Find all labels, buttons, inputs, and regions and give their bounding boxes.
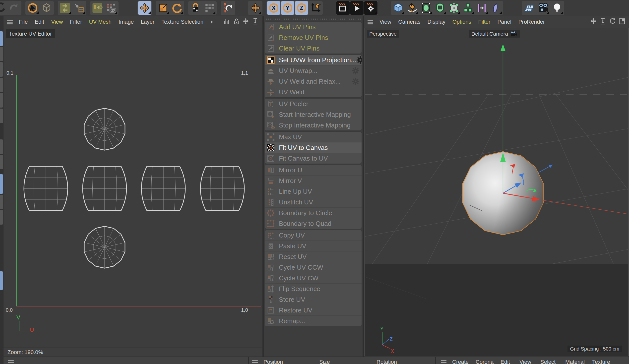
fit-vertical-icon[interactable] xyxy=(252,17,259,26)
command-paste-uv[interactable]: Paste UV xyxy=(265,241,362,251)
scene-menu-item-material[interactable]: Material xyxy=(565,359,585,364)
menu-item-texture-selection[interactable]: Texture Selection xyxy=(158,19,207,25)
lock-y-icon[interactable]: Y xyxy=(281,1,294,15)
command-uv-peeler[interactable]: UV Peeler xyxy=(265,99,362,109)
command-flip-sequence[interactable]: Flip Sequence xyxy=(265,283,362,294)
3d-viewport[interactable]: YZX Perspective Default Camera Grid Spac… xyxy=(365,28,629,356)
side-strip-button[interactable] xyxy=(0,174,3,194)
command-stop-interactive-mapping[interactable]: Stop Interactive Mapping xyxy=(265,120,362,130)
gear-icon[interactable] xyxy=(352,67,360,75)
undo-icon[interactable] xyxy=(0,1,7,15)
cube-primitive-icon[interactable] xyxy=(391,1,405,15)
hamburger-icon[interactable] xyxy=(6,18,14,26)
command-uv-unwrap[interactable]: UV Unwrap... xyxy=(265,65,362,76)
convert-mode-icon[interactable] xyxy=(58,1,72,15)
light-icon[interactable] xyxy=(550,1,564,15)
menu-item-filter[interactable]: Filter xyxy=(66,19,86,25)
side-strip-button[interactable] xyxy=(0,78,3,92)
command-line-up-uv[interactable]: Line Up UV xyxy=(265,186,362,197)
camera-label[interactable]: Default Camera xyxy=(469,30,520,38)
deformer-icon[interactable] xyxy=(489,1,502,15)
hamburger-icon[interactable] xyxy=(440,358,448,364)
command-clear-uv-pins[interactable]: Clear UV Pins xyxy=(265,43,362,54)
command-unstitch-uv[interactable]: Unstitch UV xyxy=(265,197,362,207)
side-strip-button[interactable] xyxy=(0,271,3,290)
side-strip-button[interactable] xyxy=(0,109,3,123)
snap-settings-icon[interactable] xyxy=(91,1,104,15)
command-store-uv[interactable]: Store UV xyxy=(265,294,362,305)
uv-canvas[interactable]: Texture UV Editor 0,1 1,1 0,0 1,0 V U xyxy=(3,28,262,348)
render-picture-viewer-icon[interactable] xyxy=(350,1,364,15)
side-strip-button[interactable] xyxy=(0,195,3,209)
command-max-uv[interactable]: Max UV xyxy=(265,132,362,142)
command-cycle-uv-cw[interactable]: Cycle UV CW xyxy=(265,273,362,283)
lock-z-icon[interactable]: Z xyxy=(295,1,308,15)
menu-item-prorender[interactable]: ProRender xyxy=(515,19,548,25)
command-mirror-u[interactable]: Mirror U xyxy=(265,165,362,175)
command-boundary-to-circle[interactable]: Boundary to Circle xyxy=(265,207,362,218)
command-uv-weld-and-relax[interactable]: UV Weld and Relax... xyxy=(265,76,362,87)
command-remap[interactable]: Remap... xyxy=(265,315,362,326)
render-settings-icon[interactable] xyxy=(364,1,377,15)
redo-icon[interactable] xyxy=(7,1,21,15)
scene-menu-item-texture[interactable]: Texture xyxy=(592,359,610,364)
volume-builder-icon[interactable] xyxy=(433,1,447,15)
command-copy-uv[interactable]: Copy UV xyxy=(265,230,362,241)
subdivision-surface-icon[interactable] xyxy=(419,1,433,15)
menu-item-file[interactable]: File xyxy=(15,19,31,25)
side-strip-button[interactable] xyxy=(0,62,3,77)
live-selection-icon[interactable] xyxy=(26,1,39,15)
render-view-icon[interactable] xyxy=(336,1,350,15)
scene-menu-item-select[interactable]: Select xyxy=(540,359,556,364)
menu-item-cameras[interactable]: Cameras xyxy=(395,19,424,25)
side-strip-button[interactable] xyxy=(0,139,3,154)
visibility-filter-icon[interactable] xyxy=(105,1,118,15)
scene-menu-item-view[interactable]: View xyxy=(519,359,531,364)
move-tool-icon[interactable] xyxy=(138,1,152,15)
histogram-icon[interactable] xyxy=(223,17,231,26)
command-uv-weld[interactable]: UV Weld xyxy=(265,87,362,97)
command-reset-uv[interactable]: Reset UV xyxy=(265,251,362,262)
hamburger-icon[interactable] xyxy=(251,358,259,364)
command-mirror-v[interactable]: Mirror V xyxy=(265,175,362,186)
psr-icon[interactable]: PSR xyxy=(221,1,235,15)
palette-drag-grip[interactable] xyxy=(265,17,362,21)
axis-move-icon[interactable] xyxy=(249,1,262,15)
camera-icon[interactable] xyxy=(536,1,550,15)
side-strip-button[interactable] xyxy=(0,31,3,46)
command-remove-uv-pins[interactable]: Remove UV Pins xyxy=(265,32,362,43)
scene-menu-item-corona[interactable]: Corona xyxy=(475,359,493,364)
scene-menu-item-edit[interactable]: Edit xyxy=(500,359,510,364)
scale-tool-icon[interactable] xyxy=(157,1,170,15)
command-restore-uv[interactable]: Restore UV xyxy=(265,305,362,315)
command-cycle-uv-ccw[interactable]: Cycle UV CCW xyxy=(265,262,362,273)
menu-item-view[interactable]: View xyxy=(48,19,66,25)
fit-vertical-icon[interactable] xyxy=(599,17,607,26)
menu-item-image[interactable]: Image xyxy=(115,19,137,25)
menu-overflow-arrow-icon[interactable] xyxy=(207,19,216,25)
gear-icon[interactable] xyxy=(356,56,362,64)
command-fit-canvas-to-uv[interactable]: Fit Canvas to UV xyxy=(265,153,362,164)
menu-item-options[interactable]: Options xyxy=(449,19,475,25)
command-fit-uv-to-canvas[interactable]: Fit UV to Canvas xyxy=(265,142,362,153)
side-strip-button[interactable] xyxy=(0,93,3,108)
rotate-view-icon[interactable] xyxy=(609,17,616,26)
pan-view-icon[interactable] xyxy=(590,17,597,26)
hamburger-icon[interactable] xyxy=(7,358,15,364)
command-boundary-to-quad[interactable]: Boundary to Quad xyxy=(265,218,362,229)
lock-icon[interactable] xyxy=(233,17,240,26)
symmetry-icon[interactable] xyxy=(475,1,488,15)
lock-toggle-icon[interactable] xyxy=(189,1,202,15)
scene-menu-item-create[interactable]: Create xyxy=(452,359,469,364)
pan-view-icon[interactable] xyxy=(242,17,250,26)
workplane-icon[interactable] xyxy=(72,1,86,15)
command-add-uv-pins[interactable]: Add UV Pins xyxy=(265,22,362,32)
coordinate-system-icon[interactable] xyxy=(309,1,322,15)
command-start-interactive-mapping[interactable]: Start Interactive Mapping xyxy=(265,109,362,120)
gear-icon[interactable] xyxy=(352,77,360,85)
side-strip-button[interactable] xyxy=(0,155,3,169)
command-set-uvw-from-projection[interactable]: Set UVW from Projection... xyxy=(265,55,362,65)
make-editable-icon[interactable] xyxy=(40,1,53,15)
rotate-tool-icon[interactable] xyxy=(170,1,184,15)
view-mode-label[interactable]: Perspective xyxy=(367,30,399,38)
